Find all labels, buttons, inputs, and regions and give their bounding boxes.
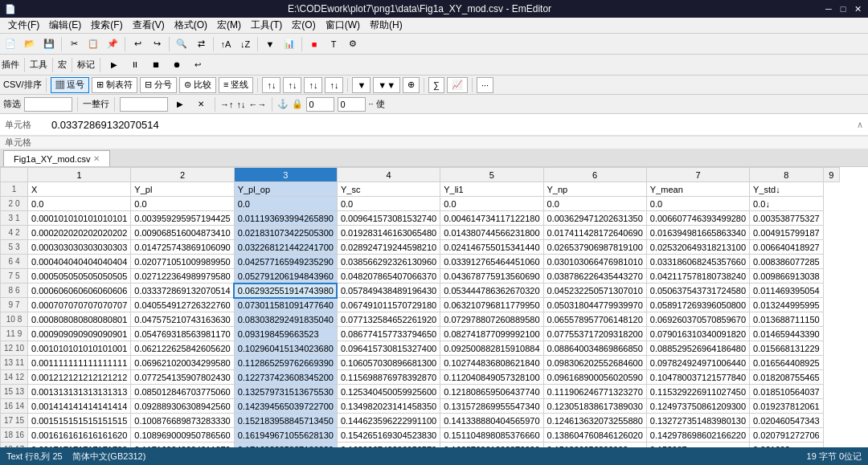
data-cell[interactable]: 0.067491011570729180: [337, 298, 440, 312]
data-cell[interactable]: 0.065578957706148120: [543, 312, 646, 327]
data-cell[interactable]: 0.011469395054: [750, 283, 824, 298]
tb2-btn5[interactable]: ↩: [189, 56, 207, 74]
data-cell[interactable]: 0.045232250571307010: [543, 283, 646, 298]
col-9-header[interactable]: 9: [823, 168, 839, 182]
data-cell[interactable]: 0.032268121442241700: [234, 240, 337, 255]
data-cell[interactable]: 0.102960415134023680: [234, 341, 337, 356]
data-cell[interactable]: 0.000808080808080801: [28, 312, 131, 327]
data-cell[interactable]: 0.040554912726322760: [131, 298, 234, 312]
data-cell[interactable]: 0.057849438489196430: [337, 283, 440, 298]
data-cell[interactable]: 0.043678775913560690: [440, 269, 543, 283]
data-cell[interactable]: Y_sc: [337, 182, 440, 197]
data-cell[interactable]: 0.038566292326130960: [337, 255, 440, 269]
data-cell[interactable]: 0.124973750861209300: [646, 399, 749, 414]
data-cell[interactable]: 0.0: [337, 197, 440, 211]
options-btn[interactable]: ⚙: [344, 35, 362, 53]
maximize-button[interactable]: □: [837, 3, 849, 14]
data-cell[interactable]: 0.161949671055628130: [234, 428, 337, 443]
data-cell[interactable]: 0.115329226911027450: [646, 385, 749, 399]
col-6-header[interactable]: 6: [543, 168, 646, 182]
data-cell[interactable]: 0.123051838617389030: [543, 399, 646, 414]
data-cell[interactable]: 0.115698876978392870: [337, 370, 440, 385]
data-cell[interactable]: 0.088640034869866850: [543, 341, 646, 356]
menu-edit[interactable]: 编辑(E): [44, 18, 86, 33]
data-cell[interactable]: 0.014659443390: [750, 327, 824, 341]
data-cell[interactable]: 0.015668131229: [750, 341, 824, 356]
filter-c-btn[interactable]: ⊕: [403, 77, 420, 93]
data-cell[interactable]: 0.131572869955547340: [440, 399, 543, 414]
data-cell[interactable]: 0.132727351483980130: [646, 414, 749, 428]
data-cell[interactable]: 0.000707070707070707: [28, 298, 131, 312]
col-4-header[interactable]: 4: [337, 168, 440, 182]
data-cell[interactable]: 0.003538775327: [750, 211, 824, 226]
data-cell[interactable]: 0.018510564037: [750, 385, 824, 399]
spreadsheet[interactable]: 1 2 3 4 5 6 7 8 9 1XY_plY_pl_opY_scY_li1…: [0, 167, 868, 447]
data-cell[interactable]: 0.054769318563981170: [131, 327, 234, 341]
data-cell[interactable]: 0.009866913038: [750, 269, 824, 283]
data-cell[interactable]: 0.0↓: [750, 197, 824, 211]
data-cell[interactable]: 0.003959295957194425: [131, 211, 234, 226]
window-controls[interactable]: ─ □ ✕: [823, 3, 863, 14]
menu-file[interactable]: 文件(F): [3, 18, 44, 33]
data-cell[interactable]: 0.000505050505050505: [28, 269, 131, 283]
data-cell[interactable]: 0.111906246771323270: [543, 385, 646, 399]
data-cell[interactable]: 0.086774157733794650: [337, 327, 440, 341]
data-cell[interactable]: 0.014725743869106090: [131, 240, 234, 255]
data-cell[interactable]: Y_mean: [646, 182, 749, 197]
paste-btn[interactable]: 📌: [104, 35, 121, 53]
filter-input[interactable]: [24, 97, 72, 112]
data-cell[interactable]: 0.001010101010101001: [28, 341, 131, 356]
data-cell[interactable]: 0.141338880404565970: [440, 414, 543, 428]
num-input1[interactable]: [306, 97, 334, 112]
data-cell[interactable]: 0.134982023141458350: [337, 399, 440, 414]
menu-format[interactable]: 格式(O): [170, 18, 212, 33]
data-cell[interactable]: 0.0: [234, 197, 337, 211]
go-btn[interactable]: ▶: [171, 96, 189, 113]
tb2-btn3[interactable]: ⏹: [147, 56, 165, 74]
sort-b-btn[interactable]: ↑↓: [283, 77, 301, 93]
csv-cell-btn[interactable]: ▦ 逗号: [51, 77, 89, 93]
data-cell[interactable]: 0.000404040404040404: [28, 255, 131, 269]
data-cell[interactable]: 0.069621020034299580: [131, 356, 234, 370]
data-cell[interactable]: 0.079016310340091820: [646, 327, 749, 341]
data-cell[interactable]: 0.004915799187: [750, 226, 824, 240]
data-cell[interactable]: 0.033186068245357660: [646, 255, 749, 269]
data-cell[interactable]: 0.121808659506437740: [440, 385, 543, 399]
data-cell[interactable]: 0.077132584652261920: [337, 312, 440, 327]
data-cell[interactable]: 0.062932551914743980: [234, 283, 337, 298]
data-cell[interactable]: 0.033912765464451060: [440, 255, 543, 269]
data-cell[interactable]: 0.020460547343: [750, 414, 824, 428]
data-cell[interactable]: 0.0: [131, 197, 234, 211]
tb2-btn1[interactable]: ▶: [105, 56, 123, 74]
menu-macro2[interactable]: 宏(O): [287, 18, 320, 33]
data-cell[interactable]: 0.0: [28, 197, 131, 211]
csv-compare-btn[interactable]: ⊜ 比较: [179, 77, 216, 93]
menu-macro[interactable]: 宏(M): [212, 18, 246, 33]
data-cell[interactable]: 0.138604760846126020: [543, 428, 646, 443]
extra-btn[interactable]: ···: [477, 77, 493, 93]
stats-btn[interactable]: ∑: [428, 77, 444, 93]
data-cell[interactable]: 0.047575210743163630: [131, 312, 234, 327]
data-cell[interactable]: 0.000303030303030303: [28, 240, 131, 255]
col-2-header[interactable]: 2: [131, 168, 234, 182]
data-cell[interactable]: 0.001515151515151515: [28, 414, 131, 428]
data-cell[interactable]: 0.062122625842605620: [131, 341, 234, 356]
format-btn[interactable]: T: [325, 35, 342, 53]
data-cell[interactable]: 0.085012846703775060: [131, 385, 234, 399]
csv-line-btn[interactable]: ≡ 竖线: [219, 77, 253, 93]
data-cell[interactable]: 0.013244995995: [750, 298, 824, 312]
data-cell[interactable]: 0.096415730815327400: [337, 341, 440, 356]
data-cell[interactable]: 0.011193693994265890: [234, 211, 337, 226]
data-cell[interactable]: 0.001111111111111111: [28, 356, 131, 370]
data-cell[interactable]: 0.000606060606060606: [28, 283, 131, 298]
data-cell[interactable]: 0.124613632073255880: [543, 414, 646, 428]
data-cell[interactable]: 0.072978807260889580: [440, 312, 543, 327]
data-cell[interactable]: 0.154265169304523830: [337, 428, 440, 443]
csv-split-btn[interactable]: ⊟ 分号: [140, 77, 177, 93]
data-cell[interactable]: 0.001616161616161620: [28, 428, 131, 443]
sheet-tab-main[interactable]: Fig1a_XY_mod.csv ✕: [3, 150, 110, 166]
row-input[interactable]: [120, 97, 168, 112]
data-cell[interactable]: 0.030103066476981010: [543, 255, 646, 269]
data-cell[interactable]: 0.020791272706: [750, 428, 824, 443]
tb2-btn4[interactable]: ⏺: [168, 56, 186, 74]
